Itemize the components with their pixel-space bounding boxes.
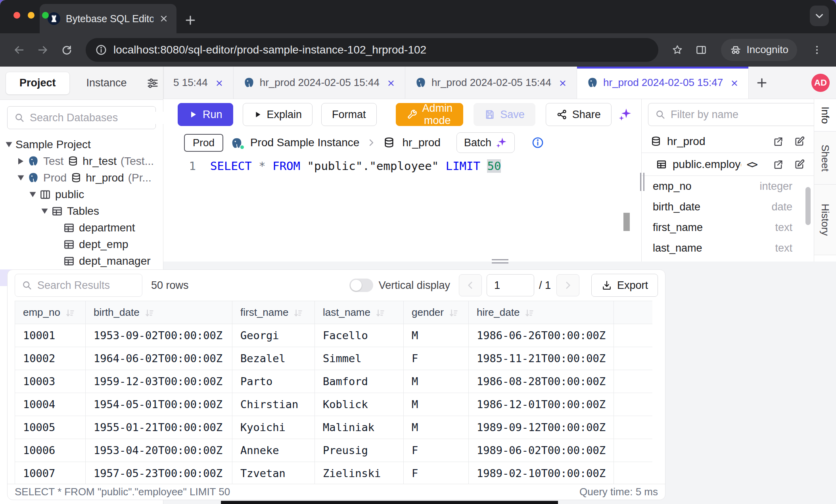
format-button[interactable]: Format	[321, 103, 377, 126]
results-search[interactable]	[15, 274, 142, 297]
instance-name[interactable]: Prod Sample Instance	[250, 136, 360, 149]
table-cell[interactable]: 10003	[15, 370, 86, 393]
table-cell[interactable]: Facello	[315, 324, 404, 347]
share-button[interactable]: Share	[546, 103, 612, 126]
table-cell[interactable]: 1986-12-01T00:00:00Z	[469, 393, 614, 416]
table-cell[interactable]: 1986-06-26T00:00:00Z	[469, 324, 614, 347]
caret-down-icon[interactable]	[30, 192, 36, 197]
back-button[interactable]	[9, 40, 29, 60]
column-header-emp_no[interactable]: emp_no	[15, 301, 86, 324]
browser-menu-icon[interactable]	[807, 40, 827, 60]
table-cell[interactable]: M	[404, 324, 469, 347]
table-cell[interactable]: 1955-01-21T00:00:00Z	[86, 416, 232, 439]
column-row-last_name[interactable]: last_nametext	[642, 238, 814, 258]
column-row-emp_no[interactable]: emp_nointeger	[642, 176, 814, 197]
close-tab-icon[interactable]	[558, 76, 567, 89]
results-resize-handle[interactable]	[492, 259, 508, 263]
new-tab-button[interactable]	[184, 14, 196, 26]
table-cell[interactable]: 10007	[15, 462, 86, 484]
column-header-gender[interactable]: gender	[404, 301, 469, 324]
schema-filter[interactable]	[648, 103, 814, 126]
table-cell[interactable]: M	[404, 416, 469, 439]
panel-table-row[interactable]: public.employee <>	[642, 153, 814, 176]
table-cell[interactable]: 1953-04-20T00:00:00Z	[86, 439, 232, 462]
browser-tab[interactable]: Bytebase SQL Editor	[40, 4, 176, 33]
open-external-icon[interactable]	[773, 159, 784, 170]
table-cell[interactable]: Bamford	[315, 370, 404, 393]
column-header-hire_date[interactable]: hire_date	[469, 301, 614, 324]
close-tab-icon[interactable]	[215, 76, 224, 89]
export-button[interactable]: Export	[591, 274, 658, 297]
column-row-first_name[interactable]: first_nametext	[642, 217, 814, 238]
table-cell[interactable]: Chirstian	[232, 393, 315, 416]
table-cell[interactable]: Tzvetan	[232, 462, 315, 484]
close-tab-icon[interactable]	[159, 14, 169, 23]
next-page-button[interactable]	[556, 274, 579, 296]
caret-down-icon[interactable]	[6, 142, 12, 147]
tree-item-hr_prod[interactable]: Prodhr_prod(Pr...	[0, 170, 163, 186]
tree-item-dept_manager[interactable]: dept_manager	[0, 253, 163, 269]
user-avatar[interactable]: AD	[811, 74, 830, 92]
close-tab-icon[interactable]	[730, 76, 739, 89]
table-cell[interactable]: Georgi	[232, 324, 315, 347]
tab-search-button[interactable]	[810, 6, 829, 26]
caret-down-icon[interactable]	[18, 176, 24, 181]
page-number-input[interactable]	[487, 274, 534, 296]
editor-tab-0[interactable]: 5 15:44	[163, 67, 234, 99]
table-cell[interactable]: M	[404, 370, 469, 393]
open-external-icon[interactable]	[773, 136, 784, 147]
column-header-birth_date[interactable]: birth_date	[86, 301, 232, 324]
sql-editor[interactable]: 1SELECT * FROM "public"."employee" LIMIT…	[163, 155, 641, 173]
tree-item-dept_emp[interactable]: dept_emp	[0, 236, 163, 253]
table-cell[interactable]: Anneke	[232, 439, 315, 462]
caret-down-icon[interactable]	[42, 209, 48, 214]
tree-item-Sample Project[interactable]: Sample Project	[0, 136, 163, 153]
side-tab-history[interactable]: History	[814, 185, 836, 255]
side-panel-icon[interactable]	[691, 40, 711, 60]
url-text[interactable]: localhost:8080/sql-editor/prod-sample-in…	[113, 44, 426, 56]
site-info-icon[interactable]	[95, 44, 107, 56]
table-cell[interactable]: Simmel	[315, 347, 404, 370]
table-cell[interactable]: F	[404, 347, 469, 370]
table-row[interactable]: 100061953-04-20T00:00:00ZAnnekePreusigF1…	[15, 439, 653, 462]
table-row[interactable]: 100041954-05-01T00:00:00ZChirstianKoblic…	[15, 393, 653, 416]
run-button[interactable]: Run	[178, 103, 233, 126]
table-cell[interactable]: 10001	[15, 324, 86, 347]
table-cell[interactable]: F	[404, 462, 469, 484]
ai-assistant-button[interactable]	[618, 107, 632, 122]
edit-icon[interactable]	[794, 159, 805, 170]
info-icon[interactable]	[531, 136, 544, 149]
vertical-display-toggle[interactable]	[349, 279, 373, 292]
schema-filter-input[interactable]	[671, 109, 811, 121]
table-cell[interactable]: Koblick	[315, 393, 404, 416]
tree-item-Tables[interactable]: Tables	[0, 203, 163, 220]
tree-item-hr_test[interactable]: Testhr_test(Test...	[0, 153, 163, 170]
table-row[interactable]: 100071957-05-23T00:00:00ZTzvetanZielinsk…	[15, 462, 653, 484]
admin-mode-button[interactable]: Admin mode	[396, 103, 464, 126]
panel-database-row[interactable]: hr_prod	[642, 130, 814, 153]
table-cell[interactable]: Bezalel	[232, 347, 315, 370]
side-tab-sheet[interactable]: Sheet	[814, 132, 836, 185]
side-tab-info[interactable]: Info	[814, 99, 836, 132]
table-cell[interactable]: 1989-06-02T00:00:00Z	[469, 439, 614, 462]
maximize-window-button[interactable]	[42, 12, 49, 19]
editor-scrollbar[interactable]	[623, 213, 630, 231]
save-button[interactable]: Save	[474, 103, 535, 126]
close-window-button[interactable]	[13, 12, 20, 19]
table-cell[interactable]: 1957-05-23T00:00:00Z	[86, 462, 232, 484]
caret-right-icon[interactable]	[18, 158, 23, 164]
column-header-last_name[interactable]: last_name	[315, 301, 404, 324]
edit-icon[interactable]	[794, 136, 805, 147]
table-row[interactable]: 100031959-12-03T00:00:00ZPartoBamfordM19…	[15, 370, 653, 393]
view-schema-code-icon[interactable]: <>	[747, 158, 757, 170]
table-cell[interactable]: 10002	[15, 347, 86, 370]
table-cell[interactable]: 1989-02-10T00:00:00Z	[469, 462, 614, 484]
table-cell[interactable]: Zielinski	[315, 462, 404, 484]
table-cell[interactable]: F	[404, 439, 469, 462]
prev-page-button[interactable]	[459, 274, 482, 296]
editor-tab-2[interactable]: hr_prod 2024-02-05 15:44	[405, 67, 577, 99]
panel-scrollbar[interactable]	[805, 187, 811, 225]
column-row-birth_date[interactable]: birth_datedate	[642, 197, 814, 217]
table-cell[interactable]: 10005	[15, 416, 86, 439]
editor-tab-3[interactable]: hr_prod 2024-02-05 15:47	[577, 67, 749, 99]
